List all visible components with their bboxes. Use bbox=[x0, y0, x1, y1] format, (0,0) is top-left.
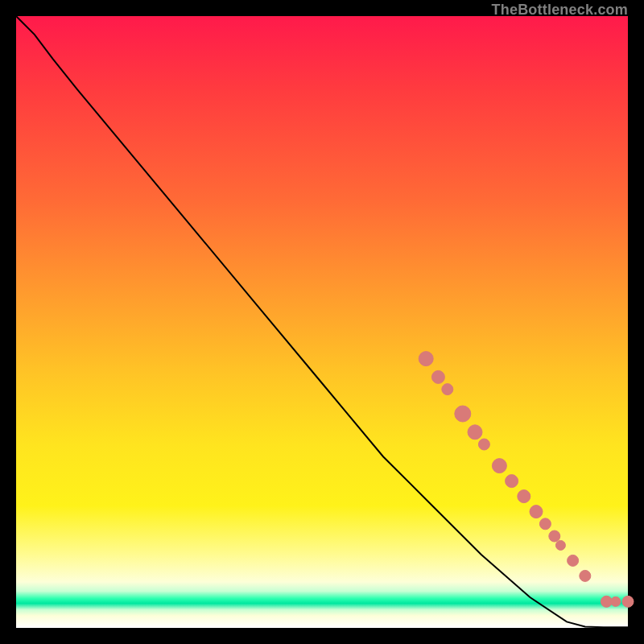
data-marker bbox=[611, 597, 621, 606]
data-marker bbox=[468, 425, 482, 440]
bottleneck-curve bbox=[16, 16, 628, 627]
chart-frame: TheBottleneck.com bbox=[16, 16, 628, 628]
data-marker bbox=[419, 352, 433, 366]
data-marker bbox=[442, 384, 453, 395]
data-marker bbox=[622, 596, 634, 607]
data-marker bbox=[549, 530, 560, 542]
data-marker bbox=[555, 540, 565, 550]
data-marker bbox=[530, 506, 543, 518]
data-marker bbox=[518, 490, 530, 503]
data-marker bbox=[568, 555, 579, 566]
data-marker bbox=[455, 406, 471, 422]
data-marker bbox=[580, 570, 591, 581]
curve-markers bbox=[419, 352, 634, 608]
data-marker bbox=[506, 475, 518, 488]
chart-overlay bbox=[16, 16, 628, 628]
data-marker bbox=[539, 518, 551, 530]
data-marker bbox=[431, 370, 444, 383]
data-marker bbox=[478, 439, 489, 450]
data-marker bbox=[492, 459, 506, 473]
